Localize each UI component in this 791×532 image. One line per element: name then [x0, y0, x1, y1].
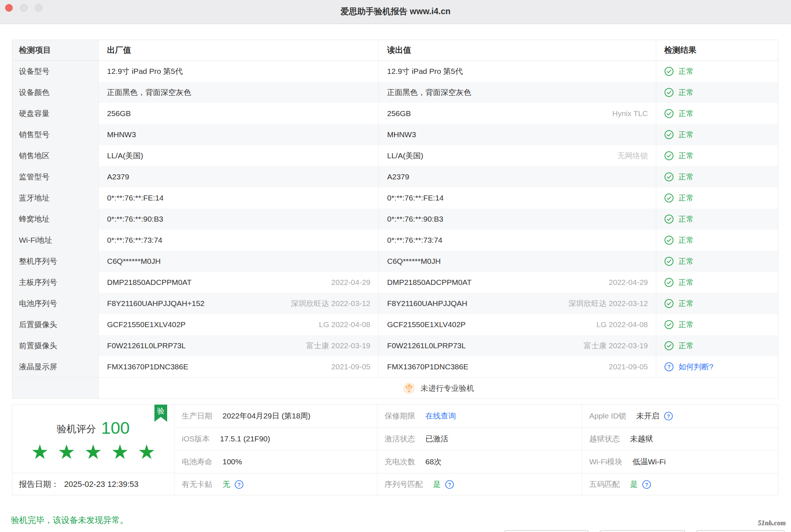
summary-value: 是 — [433, 479, 441, 489]
factory-value: 0*:**:76:**:FE:14 — [107, 194, 164, 202]
check-circle-icon — [664, 214, 674, 224]
table-row: 后置摄像头 GCF21550E1XLV402P LG 2022-04-08 GC… — [12, 314, 778, 335]
read-note: Hynix TLC — [612, 109, 648, 118]
factory-value: GCF21550E1XLV402P — [107, 320, 186, 329]
factory-value-cell: FMX13670P1DNC386E 2021-09-05 — [99, 356, 379, 377]
factory-note: 富士康 2022-03-19 — [306, 341, 370, 351]
result-normal: 正常 — [664, 87, 694, 98]
factory-value-cell: 正面黑色，背面深空灰色 — [99, 82, 379, 103]
result-text: 正常 — [678, 172, 694, 182]
result-normal: 正常 — [664, 277, 694, 287]
action-button-stub-3[interactable] — [696, 530, 785, 532]
header-check-item: 检测项目 — [12, 40, 99, 60]
summary-cell: 生产日期 2022年04月29日 (第18周) — [174, 405, 377, 428]
table-row: 销售型号 MHNW3 MHNW3 正常 — [12, 124, 778, 145]
result-cell: 正常 — [656, 293, 778, 314]
table-row: 主板序列号 DMP21850ADCPPM0AT 2022-04-29 DMP21… — [12, 272, 778, 293]
summary-cell: 保修期限 在线查询 — [377, 405, 582, 428]
help-link-text[interactable]: 如何判断? — [678, 362, 713, 372]
result-cell: 正常 — [656, 124, 778, 145]
question-circle-icon[interactable]: ? — [642, 480, 651, 489]
factory-value: A2379 — [107, 172, 129, 181]
result-text: 正常 — [678, 235, 694, 245]
summary-value: 低温Wi-Fi — [633, 457, 666, 467]
table-row: 蜂窝地址 0*:**:76:**:90:B3 0*:**:76:**:90:B3… — [12, 209, 778, 230]
factory-value: FMX13670P1DNC386E — [107, 362, 188, 371]
factory-value-cell: A2379 — [99, 166, 379, 187]
result-normal: 正常 — [664, 256, 694, 266]
factory-value: 256GB — [107, 109, 131, 118]
read-note: 无网络锁 — [617, 151, 648, 161]
summary-label: 电池寿命 — [182, 457, 212, 467]
result-cell: 正常 — [656, 103, 778, 124]
factory-value-cell: 0*:**:76:**:73:74 — [99, 230, 379, 251]
result-normal: 正常 — [664, 298, 694, 309]
result-cell: 正常 — [656, 61, 778, 82]
question-circle-icon[interactable]: ? — [235, 480, 244, 489]
question-circle-icon[interactable]: ? — [445, 480, 454, 489]
svg-text:?: ? — [667, 413, 670, 419]
check-circle-icon — [664, 257, 674, 266]
read-value: A2379 — [387, 172, 409, 181]
check-circle-icon — [664, 172, 674, 182]
result-normal: 正常 — [664, 108, 694, 119]
summary-label: Apple ID锁 — [589, 411, 626, 421]
summary-label: iOS版本 — [182, 434, 210, 444]
verdict-message: 验机完毕，该设备未发现异常。 — [11, 515, 128, 526]
result-cell: 正常 — [656, 314, 778, 335]
svg-text:?: ? — [668, 364, 671, 370]
action-button-stub-1[interactable] — [504, 530, 589, 532]
factory-value: LL/A(美国) — [107, 151, 143, 161]
window-title: 爱思助手验机报告 www.i4.cn — [0, 0, 791, 24]
result-text: 正常 — [678, 214, 694, 224]
result-text: 正常 — [678, 298, 694, 309]
result-normal: 正常 — [664, 193, 694, 203]
result-cell: 正常 — [656, 82, 778, 103]
check-circle-icon — [664, 320, 674, 329]
read-value-cell: 12.9寸 iPad Pro 第5代 — [379, 61, 656, 82]
factory-value: C6Q******M0JH — [107, 257, 161, 266]
read-value: FMX13670P1DNC386E — [387, 362, 468, 371]
summary-cell: iOS版本 17.5.1 (21F90) — [174, 428, 377, 450]
summary-cell: 序列号匹配 是 ? — [377, 473, 582, 496]
table-row: 整机序列号 C6Q******M0JH C6Q******M0JH 正常 — [12, 251, 778, 272]
question-circle-icon[interactable]: ? — [664, 412, 673, 421]
result-cell: ? 如何判断? — [656, 356, 778, 377]
table-row: Wi-Fi地址 0*:**:76:**:73:74 0*:**:76:**:73… — [12, 230, 778, 251]
summary-cell: Apple ID锁 未开启 ? — [582, 405, 779, 428]
summary-label: 有无卡贴 — [182, 479, 212, 489]
result-text: 正常 — [678, 108, 694, 119]
summary-cell: Wi-Fi模块 低温Wi-Fi — [582, 450, 779, 473]
read-value-cell: C6Q******M0JH — [379, 251, 656, 272]
summary-grid: 生产日期 2022年04月29日 (第18周) 保修期限 在线查询 Apple … — [174, 405, 779, 496]
read-value-cell: A2379 — [379, 166, 656, 187]
read-value: F8Y21160UAHPJJQAH — [387, 299, 467, 308]
check-circle-icon — [664, 299, 674, 308]
check-circle-icon — [664, 109, 674, 118]
row-label: 蓝牙地址 — [12, 187, 99, 209]
score-panel: 验 验机评分100 ★★★★★ 报告日期： 2025-02-23 12:39:5… — [12, 405, 174, 496]
factory-value-cell: DMP21850ADCPPM0AT 2022-04-29 — [99, 272, 379, 293]
summary-value[interactable]: 在线查询 — [425, 411, 456, 421]
row-label: 后置摄像头 — [12, 314, 99, 335]
summary-label: 五码匹配 — [589, 479, 620, 489]
factory-value: 正面黑色，背面深空灰色 — [107, 87, 191, 98]
result-normal: 正常 — [664, 341, 694, 351]
factory-value-cell: C6Q******M0JH — [99, 251, 379, 272]
footer-note-text: 未进行专业验机 — [421, 383, 474, 393]
summary-value: 2022年04月29日 (第18周) — [223, 411, 311, 421]
summary-value: 无 — [223, 479, 230, 489]
action-button-stub-2[interactable] — [599, 530, 685, 532]
factory-value: F0W21261L0LPRP73L — [107, 341, 186, 350]
check-circle-icon — [664, 235, 674, 245]
result-help-link[interactable]: ? 如何判断? — [664, 362, 713, 372]
read-note: 富士康 2022-03-19 — [584, 341, 648, 351]
row-label: 设备颜色 — [12, 82, 99, 103]
read-value: 0*:**:76:**:73:74 — [387, 236, 442, 245]
result-text: 正常 — [678, 319, 694, 330]
read-value-cell: F8Y21160UAHPJJQAH 深圳欣旺达 2022-03-12 — [379, 293, 656, 314]
summary-value: 是 — [630, 479, 638, 489]
footer-empty-cell — [12, 378, 99, 398]
watermark: 51nb.com — [758, 520, 786, 527]
summary-value: 17.5.1 (21F90) — [220, 434, 270, 443]
